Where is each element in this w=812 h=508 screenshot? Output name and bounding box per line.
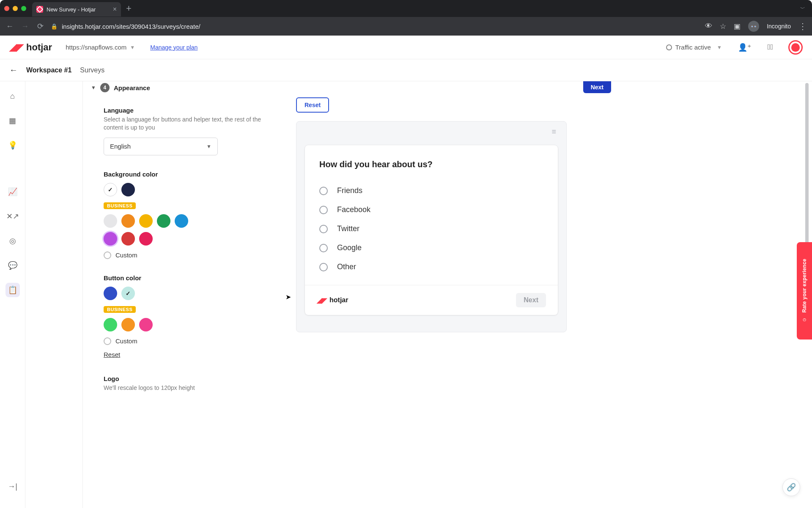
bookmark-star-icon[interactable]: ☆	[720, 22, 726, 31]
btncolor-swatch-mint[interactable]	[121, 287, 135, 300]
radio-icon	[319, 225, 328, 233]
tabstrip-overflow-icon[interactable]: ﹀	[800, 5, 805, 12]
btncolor-reset-link[interactable]: Reset	[104, 351, 120, 358]
traffic-label: Traffic active	[675, 44, 711, 51]
main-area: ⌂ ▦ 💡 📈 ✕↗ ◎ 💬 📋 →| ▼ 4 Appearance Next …	[0, 81, 812, 508]
bgcolor-swatch-orange[interactable]	[121, 214, 135, 228]
traffic-status[interactable]: Traffic active ▼	[666, 44, 722, 51]
preview-reset-button[interactable]: Reset	[296, 97, 329, 113]
breadcrumb: ← Workspace #1 Surveys	[0, 59, 812, 81]
bgcolor-swatch-white[interactable]	[104, 183, 117, 196]
browser-menu-icon[interactable]: ⋮	[798, 21, 807, 31]
tab-title: New Survey - Hotjar	[47, 6, 96, 13]
survey-next-button[interactable]: Next	[516, 293, 546, 307]
bgcolor-swatch-purple[interactable]	[104, 232, 117, 246]
feedback-side-tab[interactable]: Rate your experience ☺	[797, 242, 812, 340]
reload-icon[interactable]: ⟳	[36, 22, 45, 31]
extensions-icon[interactable]: ▣	[734, 22, 741, 31]
btncolor-default-swatches	[104, 287, 205, 300]
maximize-window-icon[interactable]	[21, 6, 26, 11]
nav-surveys-icon[interactable]: 📋	[5, 283, 20, 297]
bgcolor-label: Background color	[104, 171, 264, 178]
feedback-icon: ☺	[801, 317, 807, 323]
preview-menu-icon[interactable]: ≡	[551, 127, 557, 136]
content-pane: ▼ 4 Appearance Next Language Select a la…	[25, 81, 812, 508]
bgcolor-swatch-navy[interactable]	[121, 183, 135, 196]
language-hint: Select a language for buttons and helper…	[104, 116, 264, 132]
breadcrumb-section[interactable]: Surveys	[80, 66, 104, 74]
btncolor-swatch-blue[interactable]	[104, 287, 117, 300]
close-tab-icon[interactable]: ×	[113, 6, 117, 13]
window-controls[interactable]	[4, 6, 26, 11]
avatar-icon	[791, 43, 800, 52]
invite-user-icon[interactable]: 👤⁺	[738, 43, 752, 52]
bgcolor-swatch-green[interactable]	[157, 214, 170, 228]
nav-trends-icon[interactable]: 📈	[5, 185, 20, 199]
radio-icon	[319, 206, 328, 214]
share-link-button[interactable]: 🔗	[782, 478, 800, 496]
custom-label: Custom	[115, 251, 137, 259]
flame-icon: ◢◤	[317, 296, 327, 304]
site-url: https://snapflows.com	[66, 44, 126, 51]
bgcolor-swatch-blue[interactable]	[175, 214, 188, 228]
minimize-window-icon[interactable]	[13, 6, 18, 11]
browser-tabstrip: New Survey - Hotjar × + ﹀	[0, 0, 812, 17]
survey-card: How did you hear about us? Friends Faceb…	[305, 145, 558, 315]
site-selector[interactable]: https://snapflows.com ▼	[66, 44, 135, 51]
chevron-down-icon: ▼	[717, 44, 722, 50]
collapse-caret-icon[interactable]: ▼	[91, 85, 96, 91]
workspace-name[interactable]: Workspace #1	[26, 66, 71, 74]
incognito-icon: 👓	[748, 21, 759, 32]
survey-option[interactable]: Google	[319, 238, 543, 257]
nav-dashboard-icon[interactable]: ▦	[5, 113, 20, 128]
browser-tab[interactable]: New Survey - Hotjar ×	[32, 2, 121, 17]
brand-text: hotjar	[329, 296, 348, 304]
appearance-settings: Language Select a language for buttons a…	[104, 107, 264, 392]
option-label: Friends	[337, 186, 362, 195]
next-button[interactable]: Next	[583, 81, 611, 93]
expand-rail-icon[interactable]: →|	[8, 482, 17, 491]
nav-feedback-icon[interactable]: 💬	[5, 258, 20, 273]
bgcolor-swatch-crimson[interactable]	[139, 232, 153, 246]
incognito-label: Incognito	[767, 23, 791, 30]
survey-option[interactable]: Other	[319, 257, 543, 276]
nav-funnels-icon[interactable]: ✕↗	[5, 209, 20, 224]
bgcolor-business-swatches	[104, 214, 205, 246]
bgcolor-swatch-yellow[interactable]	[139, 214, 153, 228]
bgcolor-swatch-lightgrey[interactable]	[104, 214, 117, 228]
language-dropdown[interactable]: English ▼	[104, 138, 218, 155]
manage-plan-link[interactable]: Manage your plan	[150, 44, 198, 51]
btncolor-business-swatches	[104, 318, 205, 331]
browser-toolbar: ← → ⟳ 🔒 insights.hotjar.com/sites/309041…	[0, 17, 812, 36]
bgcolor-custom-option[interactable]: Custom	[104, 251, 264, 259]
preview-hotjar-logo[interactable]: ◢◤ hotjar	[317, 296, 348, 304]
btncolor-custom-option[interactable]: Custom	[104, 337, 264, 345]
survey-option[interactable]: Friends	[319, 181, 543, 200]
btncolor-swatch-orange[interactable]	[121, 318, 135, 331]
section-header[interactable]: ▼ 4 Appearance	[91, 83, 617, 92]
nav-recordings-icon[interactable]: ◎	[5, 234, 20, 248]
bgcolor-swatch-red[interactable]	[121, 232, 135, 246]
survey-option[interactable]: Twitter	[319, 219, 543, 238]
survey-question: How did you hear about us?	[319, 160, 543, 169]
address-bar[interactable]: 🔒 insights.hotjar.com/sites/3090413/surv…	[51, 23, 200, 30]
app-header: ◢◤ hotjar https://snapflows.com ▼ Manage…	[0, 36, 812, 59]
eye-off-icon[interactable]: 👁	[705, 22, 712, 30]
back-arrow-icon[interactable]: ←	[9, 65, 18, 75]
profile-avatar[interactable]	[788, 40, 803, 55]
btncolor-swatch-pink[interactable]	[139, 318, 153, 331]
radio-icon	[104, 337, 111, 345]
close-window-icon[interactable]	[4, 6, 9, 11]
lock-icon: 🔒	[51, 23, 58, 30]
hotjar-logo[interactable]: ◢◤ hotjar	[9, 42, 52, 53]
flame-icon: ◢◤	[9, 42, 24, 53]
help-icon[interactable]: ？⃝	[768, 43, 773, 52]
back-icon[interactable]: ←	[5, 22, 14, 31]
nav-highlights-icon[interactable]: 💡	[5, 138, 20, 152]
nav-home-icon[interactable]: ⌂	[5, 89, 20, 103]
step-number-badge: 4	[100, 83, 110, 92]
preview-frame: ≡ How did you hear about us? Friends Fac…	[296, 121, 567, 332]
btncolor-swatch-green[interactable]	[104, 318, 117, 331]
survey-option[interactable]: Facebook	[319, 200, 543, 219]
new-tab-button[interactable]: +	[126, 3, 132, 14]
